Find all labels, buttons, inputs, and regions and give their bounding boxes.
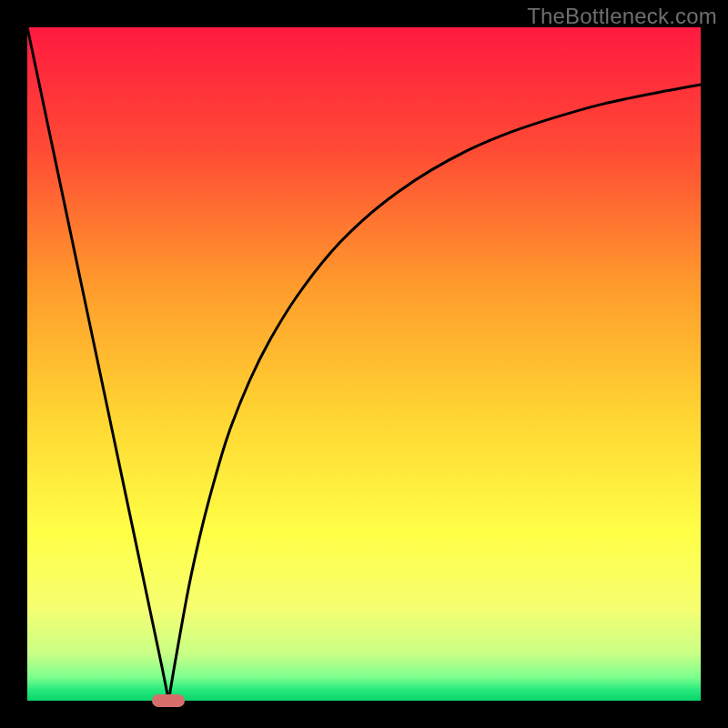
chart-svg [27,27,701,701]
chart-area [27,27,701,701]
chart-background [27,27,701,701]
bottleneck-marker [152,694,185,707]
watermark-text: TheBottleneck.com [527,4,717,29]
page-root: TheBottleneck.com [0,0,728,728]
